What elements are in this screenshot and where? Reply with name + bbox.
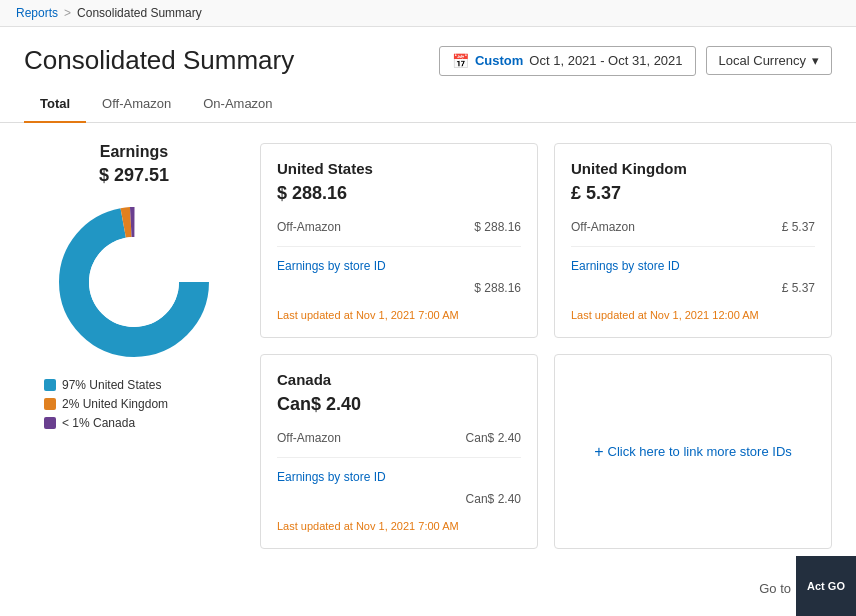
date-range-text: Oct 1, 2021 - Oct 31, 2021 [529,53,682,68]
breadcrumb: Reports > Consolidated Summary [0,0,856,27]
calendar-icon: 📅 [452,53,469,69]
card-us-updated: Last updated at Nov 1, 2021 7:00 AM [277,309,521,321]
act-go-button[interactable]: Act GO [796,556,856,616]
card-uk-earnings-link[interactable]: Earnings by store ID [571,259,680,273]
legend-color-us [44,379,56,391]
go-to-text: Go to [759,581,791,596]
currency-arrow-icon: ▾ [812,53,819,68]
breadcrumb-reports-link[interactable]: Reports [16,6,58,20]
breadcrumb-separator: > [64,6,71,20]
card-uk-divider [571,246,815,247]
card-uk: United Kingdom £ 5.37 Off-Amazon £ 5.37 … [554,143,832,338]
custom-label: Custom [475,53,523,68]
card-us-subtotal-row: $ 288.16 [277,277,521,299]
legend-label-ca: < 1% Canada [62,416,135,430]
breadcrumb-current: Consolidated Summary [77,6,202,20]
card-uk-subtotal: £ 5.37 [782,281,815,295]
card-us: United States $ 288.16 Off-Amazon $ 288.… [260,143,538,338]
card-uk-off-amazon-value: £ 5.37 [782,220,815,234]
card-us-divider [277,246,521,247]
earnings-title: Earnings [24,143,244,161]
card-ca-off-amazon-label: Off-Amazon [277,431,341,445]
header-controls: 📅 Custom Oct 1, 2021 - Oct 31, 2021 Loca… [439,46,832,76]
card-ca-earnings-link[interactable]: Earnings by store ID [277,470,386,484]
act-go-label: Act GO [807,580,845,592]
donut-hole [89,237,179,327]
tab-total[interactable]: Total [24,86,86,123]
tabs-bar: Total Off-Amazon On-Amazon [0,86,856,123]
card-ca-country: Canada [277,371,521,388]
date-range-button[interactable]: 📅 Custom Oct 1, 2021 - Oct 31, 2021 [439,46,696,76]
card-ca-subtotal-row: Can$ 2.40 [277,488,521,510]
donut-chart [54,202,214,362]
legend-item-ca: < 1% Canada [44,416,244,430]
card-ca-off-amazon-row: Off-Amazon Can$ 2.40 [277,427,521,449]
card-ca-divider [277,457,521,458]
legend-label-uk: 2% United Kingdom [62,397,168,411]
link-stores-text[interactable]: Click here to link more store IDs [608,444,792,459]
card-us-off-amazon-row: Off-Amazon $ 288.16 [277,216,521,238]
earnings-amount: $ 297.51 [24,165,244,186]
currency-button[interactable]: Local Currency ▾ [706,46,832,75]
card-ca-subtotal: Can$ 2.40 [466,492,521,506]
plus-icon: + [594,443,603,461]
card-ca: Canada Can$ 2.40 Off-Amazon Can$ 2.40 Ea… [260,354,538,549]
page-header: Consolidated Summary 📅 Custom Oct 1, 202… [0,27,856,86]
legend-item-uk: 2% United Kingdom [44,397,244,411]
page-title: Consolidated Summary [24,45,294,76]
card-uk-off-amazon-row: Off-Amazon £ 5.37 [571,216,815,238]
card-ca-off-amazon-value: Can$ 2.40 [466,431,521,445]
card-us-off-amazon-value: $ 288.16 [474,220,521,234]
card-uk-updated: Last updated at Nov 1, 2021 12:00 AM [571,309,815,321]
card-us-amount: $ 288.16 [277,183,521,204]
legend-color-uk [44,398,56,410]
card-uk-country: United Kingdom [571,160,815,177]
card-us-country: United States [277,160,521,177]
card-uk-earnings-row: Earnings by store ID [571,255,815,277]
cards-grid: United States $ 288.16 Off-Amazon $ 288.… [260,143,832,549]
card-us-earnings-link[interactable]: Earnings by store ID [277,259,386,273]
legend-label-us: 97% United States [62,378,161,392]
card-ca-amount: Can$ 2.40 [277,394,521,415]
card-uk-amount: £ 5.37 [571,183,815,204]
link-stores-card[interactable]: + Click here to link more store IDs [554,354,832,549]
tab-off-amazon[interactable]: Off-Amazon [86,86,187,123]
tab-on-amazon[interactable]: On-Amazon [187,86,288,123]
earnings-section: Earnings $ 297.51 97% United States [24,143,244,435]
currency-label: Local Currency [719,53,806,68]
card-us-off-amazon-label: Off-Amazon [277,220,341,234]
legend: 97% United States 2% United Kingdom < 1%… [24,378,244,430]
card-uk-subtotal-row: £ 5.37 [571,277,815,299]
legend-color-ca [44,417,56,429]
card-uk-off-amazon-label: Off-Amazon [571,220,635,234]
card-ca-earnings-row: Earnings by store ID [277,466,521,488]
legend-item-us: 97% United States [44,378,244,392]
card-ca-updated: Last updated at Nov 1, 2021 7:00 AM [277,520,521,532]
card-us-earnings-row: Earnings by store ID [277,255,521,277]
card-us-subtotal: $ 288.16 [474,281,521,295]
main-content: Earnings $ 297.51 97% United States [0,123,856,569]
